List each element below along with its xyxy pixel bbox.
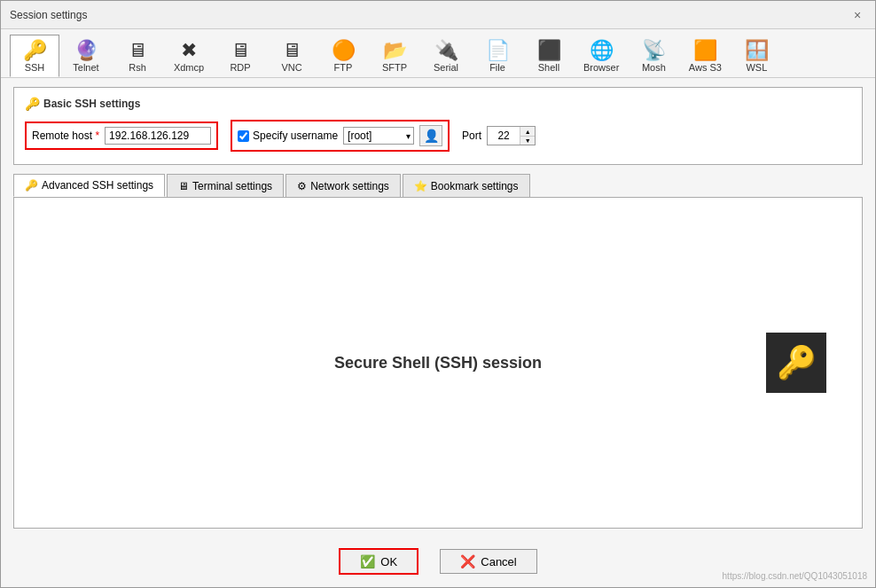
serial-proto-label: Serial	[434, 62, 458, 73]
proto-tab-xdmcp[interactable]: ✖Xdmcp	[164, 35, 214, 77]
port-increment-button[interactable]: ▲	[520, 127, 535, 136]
rdp-proto-label: RDP	[230, 62, 250, 73]
tab-content: Secure Shell (SSH) session 🔑	[13, 198, 863, 529]
proto-tab-sftp[interactable]: 📂SFTP	[370, 35, 419, 77]
vnc-proto-icon: 🖥	[282, 41, 301, 60]
xdmcp-proto-icon: ✖	[181, 41, 197, 60]
browser-proto-label: Browser	[583, 62, 619, 73]
bookmark-sub-tab-icon: ⭐	[414, 180, 427, 192]
specify-username-checkbox-label[interactable]: Specify username	[238, 129, 338, 142]
wsl-proto-label: WSL	[746, 62, 767, 73]
cancel-icon: ❌	[460, 554, 475, 568]
title-bar: Session settings ×	[1, 1, 875, 29]
rsh-proto-label: Rsh	[129, 62, 146, 73]
sub-tabs: 🔑Advanced SSH settings🖥Terminal settings…	[13, 174, 863, 198]
sub-tab-bookmark[interactable]: ⭐Bookmark settings	[403, 174, 530, 197]
username-select-wrapper: [root]rootadminuser	[343, 127, 414, 145]
sftp-proto-label: SFTP	[382, 62, 407, 73]
ok-button[interactable]: ✅ OK	[339, 548, 418, 575]
proto-tab-telnet[interactable]: 🔮Telnet	[61, 35, 111, 77]
username-select[interactable]: [root]rootadminuser	[343, 127, 414, 145]
terminal-sub-tab-label: Terminal settings	[192, 180, 272, 192]
port-spinner-buttons: ▲ ▼	[520, 127, 535, 145]
key-icon-box: 🔑	[766, 333, 826, 393]
basic-ssh-group: 🔑 Basic SSH settings Remote host * Spe	[13, 87, 863, 165]
sub-tab-network[interactable]: ⚙Network settings	[285, 174, 401, 197]
awss3-proto-label: Aws S3	[689, 62, 722, 73]
key-icon: 🔑	[777, 344, 817, 381]
port-decrement-button[interactable]: ▼	[520, 136, 535, 145]
ssh-proto-icon: 🔑	[23, 41, 47, 60]
port-label: Port	[462, 129, 481, 142]
port-spinner: ▲ ▼	[487, 126, 536, 145]
sub-tab-terminal[interactable]: 🖥Terminal settings	[167, 174, 284, 197]
proto-tab-file[interactable]: 📄File	[473, 35, 522, 77]
ftp-proto-icon: 🟠	[332, 41, 356, 60]
ssh-proto-label: SSH	[25, 62, 45, 73]
watermark: https://blog.csdn.net/QQ1043051018	[723, 571, 867, 581]
terminal-sub-tab-icon: 🖥	[178, 180, 189, 192]
bookmark-sub-tab-label: Bookmark settings	[431, 180, 519, 192]
sub-tabs-container: 🔑Advanced SSH settings🖥Terminal settings…	[13, 174, 863, 529]
ftp-proto-label: FTP	[334, 62, 353, 73]
username-group: Specify username [root]rootadminuser 👤	[231, 120, 450, 152]
ssh-group-icon: 🔑	[25, 97, 40, 111]
network-sub-tab-label: Network settings	[310, 180, 389, 192]
proto-tab-ftp[interactable]: 🟠FTP	[318, 35, 368, 77]
proto-tab-browser[interactable]: 🌐Browser	[575, 35, 627, 77]
remote-host-label: Remote host *	[32, 129, 99, 142]
shell-proto-icon: ⬛	[537, 41, 561, 60]
rsh-proto-icon: 🖥	[128, 41, 147, 60]
sub-tab-advanced[interactable]: 🔑Advanced SSH settings	[13, 174, 165, 197]
proto-tab-rsh[interactable]: 🖥Rsh	[113, 35, 162, 77]
ok-icon: ✅	[360, 554, 375, 568]
cancel-button[interactable]: ❌ Cancel	[440, 549, 536, 574]
mosh-proto-icon: 📡	[642, 41, 666, 60]
telnet-proto-label: Telnet	[73, 62, 98, 73]
sftp-proto-icon: 📂	[383, 41, 407, 60]
user-profile-button[interactable]: 👤	[419, 125, 442, 146]
proto-tab-vnc[interactable]: 🖥VNC	[267, 35, 317, 77]
session-settings-dialog: Session settings × 🔑SSH🔮Telnet🖥Rsh✖Xdmcp…	[0, 0, 876, 588]
mosh-proto-label: Mosh	[642, 62, 666, 73]
rdp-proto-icon: 🖥	[231, 41, 250, 60]
advanced-sub-tab-icon: 🔑	[25, 179, 38, 192]
proto-tab-rdp[interactable]: 🖥RDP	[215, 35, 265, 77]
file-proto-label: File	[489, 62, 505, 73]
basic-fields: Remote host * Specify username [root]roo…	[25, 120, 851, 152]
ssh-session-label: Secure Shell (SSH) session	[334, 354, 542, 372]
proto-tab-shell[interactable]: ⬛Shell	[524, 35, 574, 77]
port-input[interactable]	[488, 128, 520, 144]
vnc-proto-label: VNC	[281, 62, 301, 73]
remote-host-input[interactable]	[105, 127, 211, 145]
shell-proto-label: Shell	[538, 62, 559, 73]
file-proto-icon: 📄	[486, 41, 510, 60]
telnet-proto-icon: 🔮	[74, 41, 98, 60]
close-button[interactable]: ×	[849, 6, 866, 24]
main-content: 🔑 Basic SSH settings Remote host * Spe	[1, 78, 875, 537]
proto-tab-awss3[interactable]: 🟧Aws S3	[680, 35, 730, 77]
specify-username-checkbox[interactable]	[238, 130, 249, 142]
browser-proto-icon: 🌐	[590, 41, 614, 60]
proto-tab-mosh[interactable]: 📡Mosh	[629, 35, 678, 77]
basic-ssh-title: 🔑 Basic SSH settings	[25, 97, 851, 111]
port-group: Port ▲ ▼	[462, 126, 536, 145]
serial-proto-icon: 🔌	[434, 41, 458, 60]
advanced-sub-tab-label: Advanced SSH settings	[42, 179, 153, 192]
xdmcp-proto-label: Xdmcp	[174, 62, 204, 73]
dialog-title: Session settings	[10, 9, 87, 21]
protocol-tabs: 🔑SSH🔮Telnet🖥Rsh✖Xdmcp🖥RDP🖥VNC🟠FTP📂SFTP🔌S…	[1, 29, 875, 78]
awss3-proto-icon: 🟧	[693, 41, 717, 60]
proto-tab-serial[interactable]: 🔌Serial	[421, 35, 471, 77]
network-sub-tab-icon: ⚙	[297, 180, 307, 192]
proto-tab-ssh[interactable]: 🔑SSH	[10, 35, 59, 77]
wsl-proto-icon: 🪟	[745, 41, 769, 60]
proto-tab-wsl[interactable]: 🪟WSL	[731, 35, 781, 77]
remote-host-field-group: Remote host *	[25, 122, 218, 150]
